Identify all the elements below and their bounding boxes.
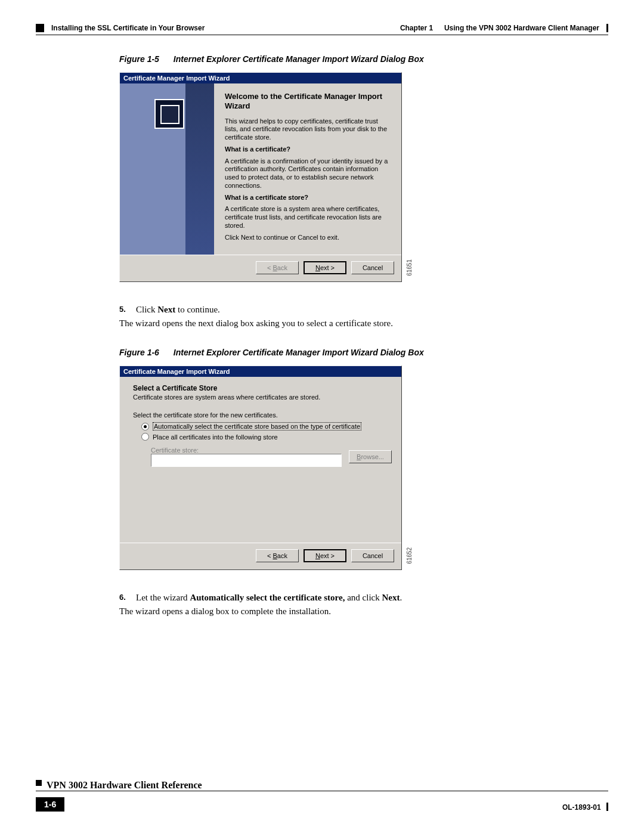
header-section: Installing the SSL Certificate in Your B… [51,24,205,32]
step-5-text: Click Next to continue. [136,305,602,315]
wizard-hint: Click Next to continue or Cancel to exit… [225,234,391,242]
footer-title: VPN 3002 Hardware Client Reference [47,780,202,791]
header-chapter: Chapter 1 [400,24,433,32]
header-rule [36,35,608,35]
next-button-2[interactable]: Next > [304,549,346,562]
doc-number: OL-1893-01 [562,803,601,812]
header-vbar [606,24,608,32]
wizard-heading: Welcome to the Certificate Manager Impor… [225,92,391,112]
what-is-store-text: A certificate store is a system area whe… [225,205,391,230]
cancel-button-2[interactable]: Cancel [351,549,394,562]
figure-1-5-title: Internet Explorer Certificate Manager Im… [174,54,424,64]
header-marker-square [36,24,44,32]
certificate-store-input [151,454,342,467]
radio-dot-on-icon [141,423,149,431]
paragraph-after-step6: The wizard opens a dialog box to complet… [119,606,602,617]
radio-place-store[interactable]: Place all certificates into the followin… [141,433,392,441]
footer-rule [36,791,608,791]
next-button[interactable]: Next > [304,261,346,274]
what-is-store-heading: What is a certificate store? [225,194,391,202]
select-store-heading: Select a Certificate Store [133,384,392,392]
header-chapter-title: Using the VPN 3002 Hardware Client Manag… [444,24,599,32]
browse-button: Browse... [349,450,392,463]
dialog-2: Certificate Manager Import Wizard Select… [119,366,402,570]
dialog-1-titlebar: Certificate Manager Import Wizard [120,73,401,83]
figure-1-6-label: Figure 1-6 [119,348,159,357]
dialog-1-wrap: Certificate Manager Import Wizard Welcom… [119,72,402,282]
cancel-button[interactable]: Cancel [351,261,394,274]
dialog-2-wrap: Certificate Manager Import Wizard Select… [119,366,402,570]
paragraph-after-step5: The wizard opens the next dialog box ask… [119,318,602,329]
page-number: 1-6 [36,797,64,812]
back-button-2[interactable]: < Back [256,549,299,562]
figure-1-5-label: Figure 1-5 [119,54,159,64]
figure-1-6-sidelabel: 61652 [406,547,413,564]
dialog-2-titlebar: Certificate Manager Import Wizard [120,366,401,377]
step-6-number: 6. [119,593,126,602]
radio-auto-store[interactable]: Automatically select the certificate sto… [141,422,392,431]
figure-1-5-sidelabel: 61651 [406,259,413,276]
page-header: Installing the SSL Certificate in Your B… [36,24,608,32]
wizard-sidebar-graphic [120,83,214,255]
figure-1-6-title: Internet Explorer Certificate Manager Im… [174,348,424,357]
select-store-sub: Certificate stores are system areas wher… [133,394,392,401]
wizard-intro: This wizard helps to copy certificates, … [225,117,391,142]
what-is-cert-heading: What is a certificate? [225,145,391,154]
certificate-store-label: Certificate store: [151,447,345,454]
footer-vbar [606,803,608,811]
figure-1-6-caption: Figure 1-6 Internet Explorer Certificate… [119,348,602,357]
step-6-text: Let the wizard Automatically select the … [136,593,602,603]
certificate-icon [154,99,184,129]
footer-marker-square [36,780,42,786]
radio-dot-off-icon [141,433,149,441]
dialog-1: Certificate Manager Import Wizard Welcom… [119,72,402,282]
select-store-instr: Select the certificate store for the new… [133,411,392,419]
back-button: < Back [256,261,299,274]
step-5-number: 5. [119,305,126,314]
what-is-cert-text: A certificate is a confirmation of your … [225,157,391,190]
figure-1-5-caption: Figure 1-5 Internet Explorer Certificate… [119,54,602,64]
